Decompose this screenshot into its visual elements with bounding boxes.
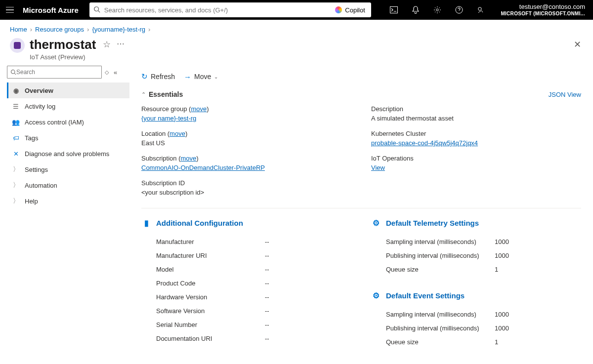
help-icon[interactable] <box>450 6 468 14</box>
svg-line-7 <box>14 73 16 75</box>
kv-row: Product Code-- <box>141 276 351 290</box>
ess-location-value: East US <box>141 139 351 147</box>
global-search-input[interactable] <box>104 6 331 14</box>
ess-description-value: A simulated thermostat asset <box>371 115 581 122</box>
menu-search[interactable] <box>7 66 102 79</box>
nav-automation[interactable]: 〉 Automation <box>7 177 129 193</box>
resource-title: thermostat <box>30 37 96 52</box>
section-title: Default Event Settings <box>386 291 465 300</box>
svg-rect-2 <box>390 7 397 13</box>
essentials-header: ⌃ Essentials JSON View <box>141 90 581 98</box>
notifications-icon[interactable] <box>407 6 424 14</box>
nav-label: Diagnose and solve problems <box>25 150 109 158</box>
kv-row: Manufacturer-- <box>141 235 351 248</box>
resource-subtitle: IoT Asset (Preview) <box>30 53 96 61</box>
section-title: Default Telemetry Settings <box>386 219 479 227</box>
move-button[interactable]: → Move ⌄ <box>184 73 218 81</box>
top-bar: Microsoft Azure Copilot testuser@contoso… <box>0 0 593 20</box>
kv-row: Documentation URI-- <box>141 331 351 345</box>
move-link[interactable]: move <box>180 155 196 162</box>
section-additional-config: ▮ Additional Configuration Manufacturer-… <box>141 218 351 349</box>
nav-access-control[interactable]: 👥 Access control (IAM) <box>7 114 129 130</box>
refresh-icon: ↻ <box>141 72 148 81</box>
overview-icon: ◉ <box>12 87 20 94</box>
ess-k8s-label: Kubernetes Cluster <box>371 130 581 137</box>
kv-row: Queue size1 <box>371 262 581 276</box>
nav-settings[interactable]: 〉 Settings <box>7 162 129 177</box>
ess-subscription-value[interactable]: CommonAIO-OnDemandCluster-PrivateRP <box>141 164 265 171</box>
crumb-resourcegroups[interactable]: Resource groups <box>35 26 84 33</box>
nav-diagnose[interactable]: ✕ Diagnose and solve problems <box>7 146 129 162</box>
kv-row: Serial Number-- <box>141 318 351 331</box>
collapse-pane-icon[interactable]: « <box>112 69 119 76</box>
crumb-home[interactable]: Home <box>10 26 27 33</box>
kv-row: Sampling interval (milliseconds)1000 <box>371 235 581 248</box>
close-icon[interactable]: ✕ <box>572 37 583 52</box>
nav-label: Automation <box>25 182 57 189</box>
more-icon[interactable]: ⋯ <box>117 39 125 48</box>
kv-row: Publishing interval (milliseconds)1000 <box>371 248 581 262</box>
nav-label: Settings <box>25 166 48 173</box>
kv-row: Software Version-- <box>141 304 351 318</box>
chevron-down-icon: ⌄ <box>214 74 218 80</box>
copilot-icon <box>335 6 342 13</box>
menu-search-input[interactable] <box>16 69 98 76</box>
section-telemetry: ⚙ Default Telemetry Settings Sampling in… <box>371 218 581 276</box>
refresh-button[interactable]: ↻ Refresh <box>141 72 175 81</box>
resource-menu: ◇ « ◉ Overview ☰ Activity log 👥 Access c… <box>0 66 129 364</box>
kv-row: Sampling interval (milliseconds)1000 <box>371 307 581 321</box>
nav-help[interactable]: 〉 Help <box>7 193 129 209</box>
svg-point-5 <box>478 7 481 10</box>
cloudshell-icon[interactable] <box>385 6 403 13</box>
kv-row: Model-- <box>141 262 351 276</box>
copilot-button[interactable]: Copilot <box>330 3 370 16</box>
ess-resourcegroup-value[interactable]: {your name}-test-rg <box>141 115 196 122</box>
activitylog-icon: ☰ <box>12 103 20 110</box>
kv-row: Publishing interval (milliseconds)1000 <box>371 321 581 335</box>
gear-icon: ⚙ <box>371 218 381 228</box>
chevron-right-icon: › <box>87 26 89 33</box>
account-email: testuser@contoso.com <box>501 3 585 11</box>
nav-label: Tags <box>25 134 38 142</box>
svg-point-3 <box>436 9 438 11</box>
brand-label[interactable]: Microsoft Azure <box>23 6 79 14</box>
nav-tags[interactable]: 🏷 Tags <box>7 130 129 146</box>
ess-resourcegroup-label: Resource group (move) <box>141 105 351 113</box>
svg-point-6 <box>11 70 15 74</box>
feedback-icon[interactable] <box>472 6 490 14</box>
nav-activity-log[interactable]: ☰ Activity log <box>7 98 129 114</box>
search-icon <box>10 69 16 75</box>
kv-row: Manufacturer URI-- <box>141 248 351 262</box>
nav-label: Help <box>25 198 38 205</box>
chevron-right-icon: 〉 <box>12 181 20 190</box>
ess-k8s-value[interactable]: probable-space-cod-4j5qw5j4q72jqx4 <box>371 139 478 147</box>
resource-header: thermostat IoT Asset (Preview) ☆ ⋯ ✕ <box>0 35 593 66</box>
iam-icon: 👥 <box>12 119 20 126</box>
svg-line-1 <box>98 10 100 12</box>
svg-point-0 <box>94 6 99 11</box>
main-pane: ↻ Refresh → Move ⌄ ⌃ Essentials JSON Vie… <box>129 66 593 364</box>
chevron-up-icon[interactable]: ⌃ <box>141 91 146 98</box>
essentials-grid: Resource group (move) {your name}-test-r… <box>141 105 581 204</box>
divider <box>141 208 581 208</box>
move-link[interactable]: move <box>169 130 185 137</box>
resource-type-icon <box>10 38 25 53</box>
global-search[interactable]: Copilot <box>89 2 371 17</box>
crumb-current[interactable]: {yourname}-test-rg <box>92 26 145 33</box>
move-icon: → <box>184 73 191 81</box>
nav-overview[interactable]: ◉ Overview <box>7 82 129 98</box>
section-title: Additional Configuration <box>156 219 243 227</box>
hamburger-icon[interactable] <box>4 4 16 16</box>
ess-iotops-value[interactable]: View <box>371 164 385 171</box>
json-view-link[interactable]: JSON View <box>549 91 581 98</box>
settings-icon[interactable] <box>428 6 446 14</box>
ess-subid-value: <your subscription id> <box>141 189 351 196</box>
chevron-right-icon: › <box>148 26 150 33</box>
nav-label: Overview <box>25 87 53 94</box>
ess-subscription-label: Subscription (move) <box>141 155 351 162</box>
favorite-star-icon[interactable]: ☆ <box>103 39 111 50</box>
account-block[interactable]: testuser@contoso.com MICROSOFT (MICROSOF… <box>501 3 589 17</box>
sort-toggle-icon[interactable]: ◇ <box>105 69 109 76</box>
move-link[interactable]: move <box>191 105 207 113</box>
move-label: Move <box>194 73 211 81</box>
